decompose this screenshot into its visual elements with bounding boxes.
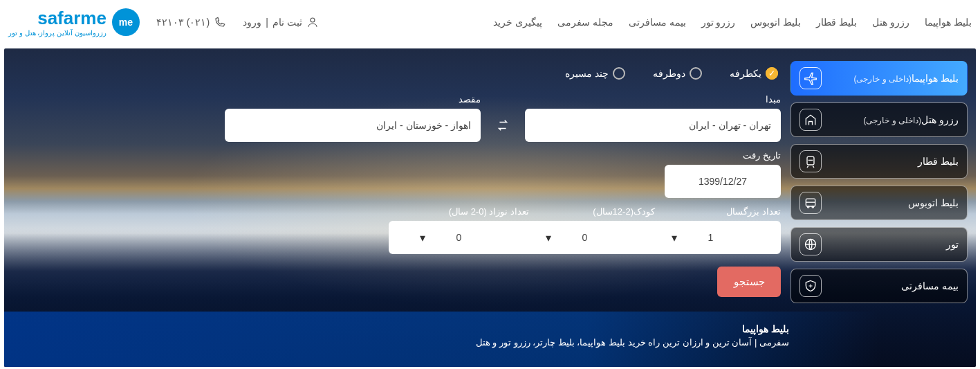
register-link[interactable]: ثبت نام: [272, 17, 302, 28]
nav-tour[interactable]: رزرو تور: [701, 17, 736, 28]
search-button[interactable]: جستجو: [717, 267, 781, 297]
dest-input[interactable]: [225, 109, 481, 142]
airplane-icon: [799, 67, 822, 89]
svg-point-3: [807, 206, 809, 208]
radio-multi[interactable]: چند مسیره: [565, 67, 625, 80]
svg-point-0: [311, 18, 315, 22]
train-icon: [799, 150, 822, 172]
search-panel: بلیط هواپیما(داخلی و خارجی) رزرو هتل(داخ…: [12, 61, 968, 303]
depart-label: تاریخ رفت: [665, 150, 781, 161]
header-right: safarme رزرواسیون آنلاین پرواز، هتل و تو…: [8, 8, 319, 37]
radio-oneway[interactable]: یکطرفه: [730, 67, 778, 80]
origin-label: مبدا: [525, 94, 781, 105]
child-select[interactable]: [515, 221, 655, 254]
logo-badge-icon: me: [112, 8, 140, 36]
dest-label: مقصد: [225, 94, 481, 105]
hero-footer: بلیط هواپیما سفرمی | آسان ترین و ارزان ت…: [476, 323, 789, 348]
swap-icon: [495, 118, 510, 133]
nav-magazine[interactable]: مجله سفرمی: [557, 17, 613, 28]
trip-type: یکطرفه دوطرفه چند مسیره: [12, 61, 778, 86]
hotel-icon: [799, 109, 822, 131]
radio-checked-icon: [766, 67, 778, 80]
nav-hotel[interactable]: رزرو هتل: [872, 17, 909, 28]
tab-tour[interactable]: تور: [791, 227, 968, 262]
logo[interactable]: safarme رزرواسیون آنلاین پرواز، هتل و تو…: [8, 8, 140, 37]
nav-insurance[interactable]: بیمه مسافرتی: [629, 17, 686, 28]
tab-bus[interactable]: بلیط اتوبوس: [791, 186, 968, 220]
svg-point-4: [812, 206, 814, 208]
tab-insurance[interactable]: بیمه مسافرتی: [791, 269, 968, 303]
footer-title: بلیط هواپیما: [476, 323, 789, 334]
user-icon: [306, 16, 319, 28]
radio-unchecked-icon: [690, 67, 702, 80]
shield-icon: [799, 275, 822, 297]
phone-icon: [214, 16, 226, 28]
adult-label: تعداد بزرگسال: [665, 206, 781, 217]
nav-track[interactable]: پیگیری خرید: [493, 17, 542, 28]
adult-select[interactable]: [640, 221, 781, 254]
logo-sub: رزرواسیون آنلاین پرواز، هتل و تور: [8, 29, 107, 37]
logo-text: safarme: [37, 8, 107, 29]
child-label: کودک(2-12سال): [539, 206, 655, 217]
nav-train[interactable]: بلیط قطار: [816, 17, 857, 28]
tab-train[interactable]: بلیط قطار: [791, 144, 968, 179]
category-tabs: بلیط هواپیما(داخلی و خارجی) رزرو هتل(داخ…: [791, 61, 968, 303]
infant-select[interactable]: [389, 221, 529, 254]
svg-rect-1: [807, 156, 814, 165]
bus-icon: [799, 192, 822, 214]
depart-input[interactable]: [665, 165, 781, 198]
radio-unchecked-icon: [613, 67, 625, 80]
footer-sub: سفرمی | آسان ترین و ارزان ترین راه خرید …: [476, 337, 789, 348]
tab-flight[interactable]: بلیط هواپیما(داخلی و خارجی): [791, 61, 968, 96]
infant-label: تعداد نوزاد (0-2 سال): [413, 206, 529, 217]
radio-roundtrip[interactable]: دوطرفه: [653, 67, 702, 80]
swap-button[interactable]: [490, 109, 515, 142]
main-nav: بلیط هواپیما رزرو هتل بلیط قطار بلیط اتو…: [493, 17, 972, 28]
auth-links: ورود | ثبت نام: [243, 16, 319, 28]
hero: بلیط هواپیما(داخلی و خارجی) رزرو هتل(داخ…: [4, 48, 976, 367]
phone-number: ۴۲۱۰۳ (۰۲۱): [156, 17, 210, 28]
tab-hotel[interactable]: رزرو هتل(داخلی و خارجی): [791, 102, 968, 137]
phone[interactable]: ۴۲۱۰۳ (۰۲۱): [156, 16, 226, 28]
header: بلیط هواپیما رزرو هتل بلیط قطار بلیط اتو…: [0, 0, 980, 44]
origin-input[interactable]: [525, 109, 781, 142]
flight-form: یکطرفه دوطرفه چند مسیره مبدا: [12, 61, 781, 303]
nav-flight[interactable]: بلیط هواپیما: [925, 17, 972, 28]
login-link[interactable]: ورود: [243, 17, 261, 28]
nav-bus[interactable]: بلیط اتوبوس: [750, 17, 801, 28]
globe-icon: [799, 233, 822, 255]
